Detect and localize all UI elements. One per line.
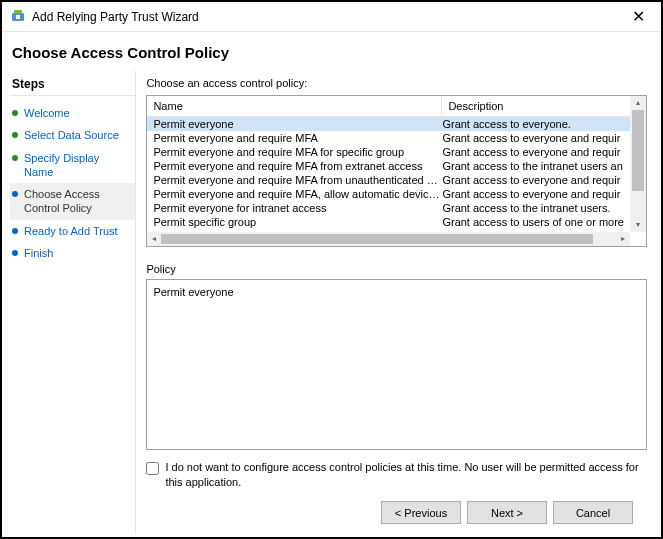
window-title: Add Relying Party Trust Wizard xyxy=(32,10,624,24)
steps-sidebar: Steps Welcome Select Data Source Specify… xyxy=(2,71,136,534)
scroll-track xyxy=(161,232,616,246)
step-label: Choose Access Control Policy xyxy=(24,187,133,216)
policy-row[interactable]: Permit specific groupGrant access to use… xyxy=(147,215,630,229)
policy-row[interactable]: Permit everyone and require MFA from ext… xyxy=(147,159,630,173)
policy-desc: Grant access to users of one or more xyxy=(442,216,624,228)
page-title: Choose Access Control Policy xyxy=(12,44,651,61)
previous-button[interactable]: < Previous xyxy=(381,501,461,524)
svg-rect-1 xyxy=(14,10,22,14)
step-choose-access-control-policy[interactable]: Choose Access Control Policy xyxy=(10,183,135,220)
bullet-icon xyxy=(12,228,18,234)
page-header: Choose Access Control Policy xyxy=(2,32,661,71)
step-label: Finish xyxy=(24,246,57,260)
policy-name: Permit everyone and require MFA xyxy=(153,132,442,144)
bullet-icon xyxy=(12,250,18,256)
policy-desc: Grant access to everyone and requir xyxy=(442,132,624,144)
policy-list-header: Name Description xyxy=(147,96,646,117)
policy-name: Permit everyone for intranet access xyxy=(153,202,442,214)
step-ready-to-add-trust[interactable]: Ready to Add Trust xyxy=(10,220,135,242)
policy-list-body: Permit everyoneGrant access to everyone.… xyxy=(147,117,646,243)
policy-row[interactable]: Permit everyoneGrant access to everyone. xyxy=(147,117,630,131)
scroll-thumb[interactable] xyxy=(632,110,644,191)
policy-list[interactable]: Name Description Permit everyoneGrant ac… xyxy=(146,95,647,247)
bullet-icon xyxy=(12,155,18,161)
titlebar: Add Relying Party Trust Wizard ✕ xyxy=(2,2,661,32)
close-button[interactable]: ✕ xyxy=(624,7,653,26)
step-select-data-source[interactable]: Select Data Source xyxy=(10,124,135,146)
policy-row[interactable]: Permit everyone and require MFAGrant acc… xyxy=(147,131,630,145)
policy-desc: Grant access to everyone and requir xyxy=(442,146,624,158)
skip-policy-label[interactable]: I do not want to configure access contro… xyxy=(165,460,647,489)
wizard-buttons: < Previous Next > Cancel xyxy=(146,495,647,524)
scroll-right-icon: ▸ xyxy=(616,232,630,246)
scroll-thumb[interactable] xyxy=(161,234,593,244)
bullet-icon xyxy=(12,132,18,138)
policy-desc: Grant access to the intranet users. xyxy=(442,202,624,214)
horizontal-scrollbar[interactable]: ◂ ▸ xyxy=(147,232,630,246)
scroll-down-icon: ▾ xyxy=(630,218,646,232)
bullet-icon xyxy=(12,110,18,116)
policy-desc: Grant access to everyone and requir xyxy=(442,188,624,200)
app-icon xyxy=(10,9,26,25)
policy-name: Permit everyone and require MFA from ext… xyxy=(153,160,442,172)
skip-policy-checkbox[interactable] xyxy=(146,462,159,475)
step-label: Specify Display Name xyxy=(24,151,133,180)
policy-name: Permit everyone and require MFA, allow a… xyxy=(153,188,442,200)
column-name[interactable]: Name xyxy=(147,96,442,116)
policy-row[interactable]: Permit everyone and require MFA, allow a… xyxy=(147,187,630,201)
step-label: Ready to Add Trust xyxy=(24,224,122,238)
policy-desc: Grant access to everyone and requir xyxy=(442,174,624,186)
step-specify-display-name[interactable]: Specify Display Name xyxy=(10,147,135,184)
steps-heading: Steps xyxy=(10,73,135,96)
policy-row[interactable]: Permit everyone and require MFA from una… xyxy=(147,173,630,187)
bullet-icon xyxy=(12,191,18,197)
step-label: Select Data Source xyxy=(24,128,123,142)
policy-name: Permit everyone and require MFA for spec… xyxy=(153,146,442,158)
main-panel: Choose an access control policy: Name De… xyxy=(136,71,661,534)
next-button[interactable]: Next > xyxy=(467,501,547,524)
policy-name: Permit specific group xyxy=(153,216,442,228)
policy-list-prompt: Choose an access control policy: xyxy=(146,77,647,89)
scroll-up-icon: ▴ xyxy=(630,96,646,110)
scroll-track xyxy=(630,110,646,218)
policy-name: Permit everyone and require MFA from una… xyxy=(153,174,442,186)
cancel-button[interactable]: Cancel xyxy=(553,501,633,524)
step-label: Welcome xyxy=(24,106,74,120)
step-finish[interactable]: Finish xyxy=(10,242,135,264)
policy-desc: Grant access to the intranet users an xyxy=(442,160,624,172)
step-welcome[interactable]: Welcome xyxy=(10,102,135,124)
policy-row[interactable]: Permit everyone and require MFA for spec… xyxy=(147,145,630,159)
scroll-left-icon: ◂ xyxy=(147,232,161,246)
policy-name: Permit everyone xyxy=(153,118,442,130)
column-description[interactable]: Description xyxy=(442,96,646,116)
policy-desc: Grant access to everyone. xyxy=(442,118,624,130)
policy-preview-label: Policy xyxy=(146,263,647,275)
svg-rect-2 xyxy=(16,15,20,19)
policy-preview: Permit everyone xyxy=(146,279,647,450)
vertical-scrollbar[interactable]: ▴ ▾ xyxy=(630,96,646,232)
policy-row[interactable]: Permit everyone for intranet accessGrant… xyxy=(147,201,630,215)
